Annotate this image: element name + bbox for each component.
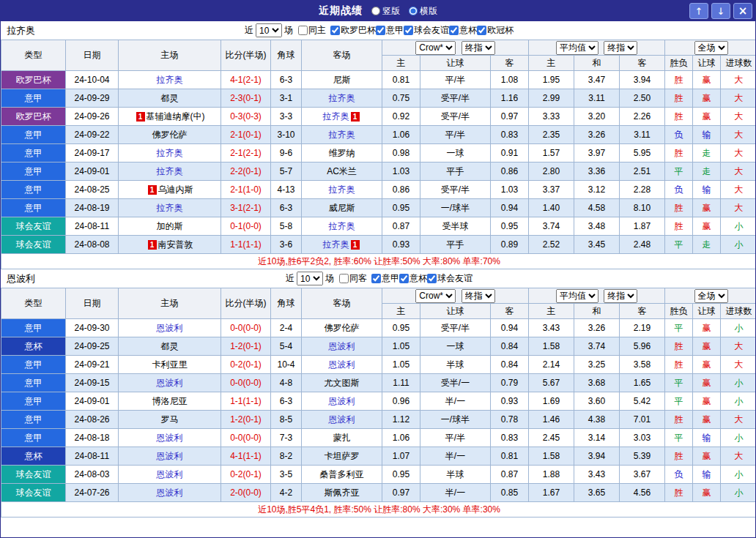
away-team-cell[interactable]: 维罗纳 [302,144,382,162]
scope-select[interactable]: 全场 [694,41,728,55]
avg-type-select[interactable]: 平均值 [556,289,598,303]
away-team-cell[interactable]: 拉齐奥 [302,181,382,199]
home-team-cell[interactable]: 恩波利 [119,466,221,484]
odds-company-select[interactable]: Crow* [415,41,456,55]
league-checkbox-input[interactable] [404,26,413,35]
handicap-home-odds-cell: 0.93 [382,236,420,254]
same-venue-checkbox[interactable] [339,274,349,283]
match-count-select[interactable]: 10 [256,23,282,37]
match-count-select[interactable]: 10 [297,272,323,285]
same-venue-checkbox-label[interactable]: 同客 [339,272,367,285]
avg-stage-select[interactable]: 终指 [604,289,637,303]
home-team-cell[interactable]: 拉齐奥 [119,162,221,181]
home-team-cell[interactable]: 恩波利 [119,429,221,447]
league-checkbox-input[interactable] [449,26,459,35]
corner-cell: 3-3 [271,108,302,126]
home-team-cell[interactable]: 1乌迪内斯 [119,181,221,199]
avg-draw-odds-cell: 3.45 [574,236,620,254]
league-filter-checkbox[interactable]: 欧罗巴杯 [330,24,376,37]
team-link-text: 拉齐奥 [323,111,349,122]
away-team-cell[interactable]: 威尼斯 [302,199,382,217]
home-team-cell[interactable]: 1南安普敦 [119,236,221,254]
handicap-away-odds-cell: 0.93 [491,392,529,411]
home-team-cell[interactable]: 博洛尼亚 [119,392,221,411]
handicap-result-cell: 走 [693,144,721,162]
league-filter-checkbox[interactable]: 球会友谊 [427,272,472,285]
league-checkbox-input[interactable] [376,26,385,35]
away-team-cell[interactable]: 斯佩齐亚 [302,484,382,502]
league-filter-checkbox[interactable]: 意甲 [376,24,404,37]
home-team-cell[interactable]: 恩波利 [119,374,221,392]
vertical-radio[interactable] [371,7,380,15]
scroll-up-button[interactable]: ↑ [689,3,708,19]
league-checkbox-input[interactable] [330,26,340,35]
odds-stage-select[interactable]: 终指 [462,289,495,303]
league-filter-checkbox[interactable]: 欧冠杯 [477,24,514,37]
league-filter-checkbox[interactable]: 意甲 [371,272,399,285]
away-team-cell[interactable]: 尤文图斯 [302,374,382,392]
home-team-cell[interactable]: 恩波利 [119,319,221,337]
layout-option-vertical[interactable]: 竖版 [371,5,400,18]
home-team-cell[interactable]: 加的斯 [119,217,221,236]
home-team-cell[interactable]: 1基辅迪纳摩(中) [119,108,221,126]
home-team-cell[interactable]: 拉齐奥 [119,144,221,162]
away-team-cell[interactable]: 拉齐奥 [302,89,382,108]
away-team-cell[interactable]: 拉齐奥 [302,126,382,144]
team-link-text: 乌迪内斯 [158,184,193,195]
away-team-cell[interactable]: 拉齐奥1 [302,236,382,254]
same-venue-checkbox-label[interactable]: 同主 [298,24,326,37]
away-team-cell[interactable]: AC米兰 [302,162,382,181]
league-filter-checkbox[interactable]: 意杯 [399,272,427,285]
layout-option-horizontal[interactable]: 横版 [409,5,437,18]
avg-stage-select[interactable]: 终指 [604,41,637,55]
away-team-cell[interactable]: 恩波利 [302,411,382,429]
avg-draw-odds-cell: 3.14 [574,429,620,447]
league-checkbox-input[interactable] [477,26,486,35]
away-team-cell[interactable]: 恩波利 [302,392,382,411]
sub-header: 进球数 [721,304,756,319]
league-checkbox-input[interactable] [399,274,409,283]
avg-away-odds-cell: 3.11 [620,126,665,144]
horizontal-radio[interactable] [409,7,418,15]
odds-company-select[interactable]: Crow* [415,289,456,303]
result-cell: 胜 [665,144,693,162]
scroll-down-button[interactable]: ↓ [711,3,730,19]
same-venue-checkbox[interactable] [298,26,308,35]
result-cell: 胜 [665,484,693,502]
away-team-cell[interactable]: 尼斯 [302,71,382,89]
filter-row: 拉齐奥 近 10 场 同主 欧罗巴杯意甲球会友谊意杯欧冠杯 [1,21,755,40]
away-team-cell[interactable]: 拉齐奥 [302,217,382,236]
away-team-cell[interactable]: 佛罗伦萨 [302,319,382,337]
league-badge: 意甲 [1,319,66,337]
home-team-cell[interactable]: 恩波利 [119,484,221,502]
handicap-home-odds-cell: 0.98 [382,144,420,162]
away-team-cell[interactable]: 拉齐奥1 [302,108,382,126]
close-button[interactable]: × [733,3,752,19]
away-team-cell[interactable]: 蒙扎 [302,429,382,447]
home-team-cell[interactable]: 都灵 [119,89,221,108]
away-team-cell[interactable]: 恩波利 [302,337,382,356]
handicap-home-odds-cell: 0.95 [382,199,420,217]
home-team-cell[interactable]: 都灵 [119,337,221,356]
result-cell: 胜 [665,411,693,429]
away-team-cell[interactable]: 卡坦萨罗 [302,447,382,466]
away-team-cell[interactable]: 桑普多利亚 [302,466,382,484]
home-team-cell[interactable]: 拉齐奥 [119,199,221,217]
home-team-cell[interactable]: 罗马 [119,411,221,429]
goals-result-cell: 大 [721,411,756,429]
league-checkbox-input[interactable] [371,274,381,283]
league-checkbox-input[interactable] [427,274,437,283]
sub-header: 客 [491,304,529,319]
odds-stage-select[interactable]: 终指 [462,41,495,55]
avg-home-odds-cell: 2.99 [529,89,574,108]
home-team-cell[interactable]: 卡利亚里 [119,356,221,374]
home-team-cell[interactable]: 佛罗伦萨 [119,126,221,144]
scope-select[interactable]: 全场 [694,289,728,303]
team-link-text: 恩波利 [157,378,183,388]
home-team-cell[interactable]: 恩波利 [119,447,221,466]
away-team-cell[interactable]: 恩波利 [302,356,382,374]
home-team-cell[interactable]: 拉齐奥 [119,71,221,89]
league-filter-checkbox[interactable]: 球会友谊 [404,24,449,37]
avg-type-select[interactable]: 平均值 [556,41,598,55]
league-filter-checkbox[interactable]: 意杯 [449,24,477,37]
